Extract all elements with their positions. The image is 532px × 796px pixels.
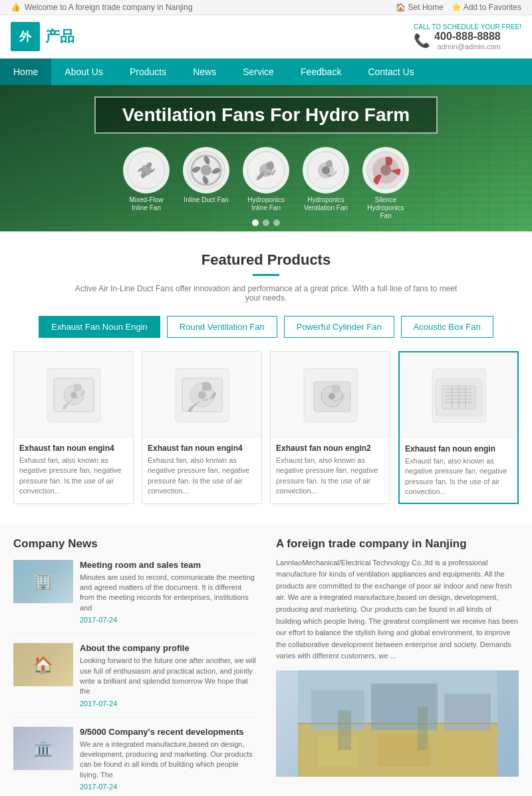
hero-product-label-1: Mixed-Flow Inline Fan (123, 196, 170, 212)
about-image (276, 670, 519, 777)
logo-text: 产品 (45, 27, 74, 47)
header-contact: CALL TO SCHEDULE YOUR FREE! 📞 400-888-88… (414, 23, 521, 51)
hero-product-circle-2 (183, 147, 229, 194)
hero-dot-1[interactable] (252, 219, 259, 226)
featured-desc: Active Air In-Line Duct Fans offer innov… (66, 284, 466, 303)
news-item-1[interactable]: 🏢 Meeting room and sales team Minutes ar… (13, 560, 256, 634)
product-card-4[interactable]: Exhaust fan noun engin Exhaust fan, also… (398, 351, 519, 504)
news-desc-2: Looking forward to the future one after … (80, 656, 256, 697)
hero-product-1[interactable]: Mixed-Flow Inline Fan (123, 147, 170, 220)
svg-rect-43 (444, 737, 484, 767)
hero-product-label-5: Silence Hydroponics Fan (362, 196, 409, 220)
phone-number: 400-888-8888 (434, 31, 501, 43)
tab-cylinder[interactable]: Powerful Cylinder Fan (284, 316, 394, 338)
hero-product-label-4: Hydroponics Ventilation Fan (303, 196, 349, 212)
phone-icon: 📞 (414, 33, 430, 49)
about-title: A foreign trade company in Nanjing (276, 537, 519, 551)
product-card-desc-4: Exhaust fan, also known as negative pres… (405, 456, 512, 497)
hero-product-4[interactable]: Hydroponics Ventilation Fan (303, 147, 349, 220)
hero-products: Mixed-Flow Inline Fan Inline Duct Fan (123, 147, 409, 220)
news-thumb-interior-1: 🏢 (13, 560, 73, 603)
product-card-name-2: Exhaust fan noun engin4 (148, 444, 256, 453)
news-desc-3: We are a integrated manufacture,based on… (80, 739, 256, 781)
news-item-3[interactable]: 🏛️ 9/5000 Company's recent developments … (13, 727, 256, 796)
tab-round[interactable]: Round Ventilation Fan (167, 316, 277, 338)
product-card-name-3: Exhaust fan noun engin2 (276, 444, 384, 453)
news-about-section: Company News 🏢 Meeting room and sales te… (0, 524, 532, 796)
hero-product-label-3: Hydroponics Inline Fan (243, 196, 289, 212)
svg-point-24 (329, 393, 335, 400)
news-thumb-office-2: 🏠 (13, 643, 73, 686)
product-card-body-3: Exhaust fan noun engin2 Exhaust fan, als… (271, 438, 390, 502)
news-item-2[interactable]: 🏠 About the company profile Looking forw… (13, 643, 256, 718)
hero-title: Ventilation Fans For Hydro Farm (122, 104, 410, 126)
product-card-body-4: Exhaust fan noun engin Exhaust fan, also… (400, 439, 517, 503)
product-card-2[interactable]: Exhaust fan noun engin4 Exhaust fan, als… (142, 351, 262, 504)
main-nav: Home About Us Products News Service Feed… (0, 59, 532, 85)
top-bar-left: 👍 Welcome to A foreign trade company in … (11, 3, 193, 12)
hero-banner: Ventilation Fans For Hydro Farm Mixed-Fl… (0, 85, 532, 231)
news-desc-1: Minutes are used to record, communicate … (80, 573, 256, 614)
nav-home[interactable]: Home (0, 59, 51, 85)
set-home-link[interactable]: 🏠 Set Home (396, 3, 444, 12)
add-favorites-link[interactable]: ⭐ Add to Favorites (452, 3, 521, 12)
hero-dots (252, 219, 280, 226)
nav-about[interactable]: About Us (51, 59, 116, 85)
product-card-desc-3: Exhaust fan, also known as negative pres… (276, 456, 384, 497)
hero-dot-2[interactable] (263, 219, 269, 226)
news-date-2: 2017-07-24 (80, 700, 256, 708)
nav-feedback[interactable]: Feedback (287, 59, 354, 85)
company-news: Company News 🏢 Meeting room and sales te… (13, 537, 269, 796)
news-content-1: Meeting room and sales team Minutes are … (80, 560, 256, 624)
product-card-desc-1: Exhaust fan, also known as negative pres… (19, 456, 128, 497)
nav-service[interactable]: Service (229, 59, 287, 85)
hero-product-2[interactable]: Inline Duct Fan (183, 147, 229, 220)
product-card-body-1: Exhaust fan noun engin4 Exhaust fan, als… (14, 438, 133, 502)
section-divider (253, 274, 279, 276)
hero-dot-3[interactable] (273, 219, 280, 226)
news-thumb-2: 🏠 (13, 643, 73, 686)
star-icon: ⭐ (452, 3, 462, 12)
svg-rect-45 (338, 710, 351, 750)
tab-acoustic[interactable]: Acoustic Box Fan (401, 316, 493, 338)
news-title-2: About the company profile (80, 643, 256, 653)
product-card-body-2: Exhaust fan noun engin4 Exhaust fan, als… (142, 438, 261, 502)
thumb-up-icon: 👍 (11, 3, 21, 12)
nav-contact[interactable]: Contact Us (354, 59, 427, 85)
email: admin@admin.com (434, 43, 501, 51)
news-thumb-3: 🏛️ (13, 727, 73, 770)
news-thumb-1: 🏢 (13, 560, 73, 603)
svg-point-20 (198, 391, 206, 399)
svg-point-16 (70, 392, 77, 398)
svg-rect-46 (418, 707, 428, 750)
hero-product-5[interactable]: Silence Hydroponics Fan (362, 147, 409, 220)
news-date-3: 2017-07-24 (80, 783, 256, 791)
product-card-1[interactable]: Exhaust fan noun engin4 Exhaust fan, als… (13, 351, 134, 504)
product-card-desc-2: Exhaust fan, also known as negative pres… (148, 456, 256, 497)
about-desc: LannlaoMechanical/Electrical Technology … (276, 557, 519, 662)
news-content-3: 9/5000 Company's recent developments We … (80, 727, 256, 791)
product-card-img-4 (400, 352, 517, 439)
nav-news[interactable]: News (180, 59, 229, 85)
featured-title: Featured Products (13, 251, 519, 269)
welcome-text: Welcome to A foreign trade company in Na… (25, 3, 193, 12)
hero-product-3[interactable]: Hydroponics Inline Fan (243, 147, 289, 220)
featured-products-section: Featured Products Active Air In-Line Duc… (0, 231, 532, 524)
call-label: CALL TO SCHEDULE YOUR FREE! (414, 23, 521, 31)
hero-title-box: Ventilation Fans For Hydro Farm (94, 96, 438, 134)
product-card-3[interactable]: Exhaust fan noun engin2 Exhaust fan, als… (270, 351, 390, 504)
news-content-2: About the company profile Looking forwar… (80, 643, 256, 708)
hero-product-circle-3 (243, 147, 289, 194)
hero-product-circle-4 (303, 147, 349, 194)
top-bar-right: 🏠 Set Home ⭐ Add to Favorites (396, 3, 521, 12)
svg-point-9 (322, 166, 330, 174)
news-title-1: Meeting room and sales team (80, 560, 256, 570)
home-icon: 🏠 (396, 3, 406, 12)
logo-icon: 外 (11, 22, 40, 51)
nav-products[interactable]: Products (116, 59, 180, 85)
top-bar: 👍 Welcome to A foreign trade company in … (0, 0, 532, 15)
hero-product-circle-5 (362, 147, 409, 194)
tab-exhaust[interactable]: Exhaust Fan Noun Engin (39, 316, 160, 338)
news-date-1: 2017-07-24 (80, 616, 256, 624)
news-title-3: 9/5000 Company's recent developments (80, 727, 256, 737)
